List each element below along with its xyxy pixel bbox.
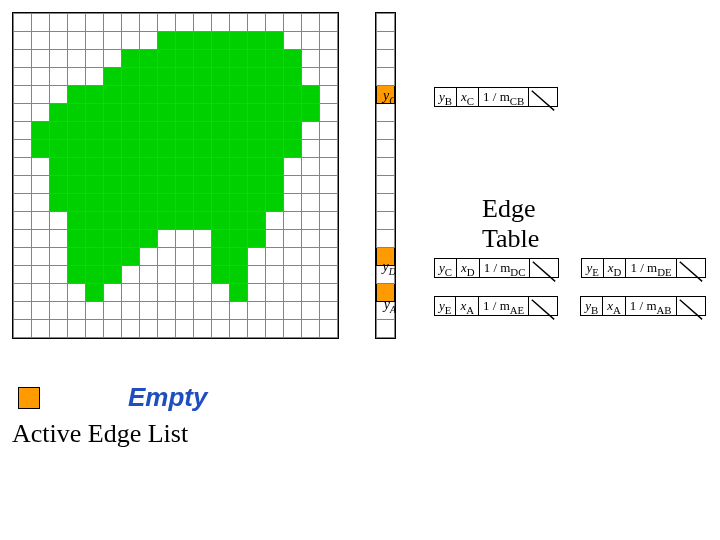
edge-table-title: Edge Table [482,194,539,254]
svg-line-3 [532,300,554,320]
edge-node: yExD1 / mDE [581,258,705,278]
svg-line-0 [532,91,554,111]
bucket-label: yA [372,297,396,315]
edge-node: yBxA1 / mAB [580,296,705,316]
edge-node: yCxD1 / mDC [434,258,559,278]
bucket-label: yC [372,88,396,106]
edge-node: yExA1 / mAE [434,296,558,316]
legend-swatch [18,387,40,409]
bucket-label: yD [372,259,396,277]
svg-line-2 [679,262,701,282]
svg-line-1 [533,262,555,282]
raster-grid [12,12,339,339]
edge-node: yBxC1 / mCB [434,87,558,107]
empty-label: Empty [128,382,207,413]
svg-line-4 [679,300,701,320]
bucket-column [375,12,396,339]
active-edge-list-title: Active Edge List [12,419,720,449]
